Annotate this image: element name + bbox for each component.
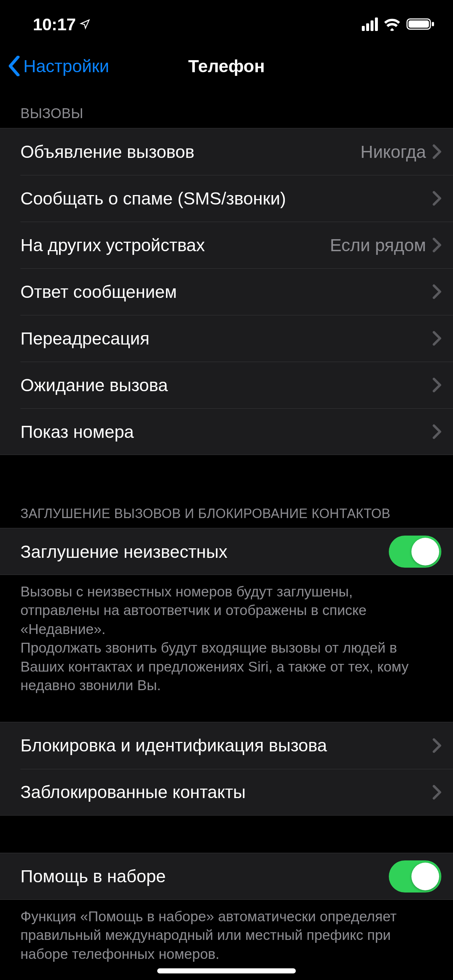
chevron-right-icon xyxy=(432,191,441,205)
row-label: Заблокированные контакты xyxy=(21,782,432,802)
row-silence-unknown[interactable]: Заглушение неизвестных xyxy=(0,528,453,575)
navigation-bar: Настройки Телефон xyxy=(0,48,453,92)
wifi-icon xyxy=(383,17,401,31)
chevron-right-icon xyxy=(432,425,441,439)
status-bar-right xyxy=(362,17,435,31)
cellular-icon xyxy=(362,18,378,31)
row-other-devices[interactable]: На других устройствах Если рядом xyxy=(0,222,453,268)
chevron-right-icon xyxy=(432,285,441,299)
row-label: Ответ сообщением xyxy=(21,282,432,302)
back-label: Настройки xyxy=(23,56,109,76)
row-label: Сообщать о спаме (SMS/звонки) xyxy=(21,188,432,208)
status-bar: 10:17 xyxy=(0,0,453,48)
row-call-forwarding[interactable]: Переадресация xyxy=(0,315,453,362)
row-spam-report[interactable]: Сообщать о спаме (SMS/звонки) xyxy=(0,175,453,222)
row-value: Никогда xyxy=(360,142,426,162)
battery-icon xyxy=(406,17,435,31)
chevron-right-icon xyxy=(432,331,441,345)
row-call-block-id[interactable]: Блокировка и идентификация вызова xyxy=(0,722,453,769)
row-label: Показ номера xyxy=(21,422,432,442)
status-time: 10:17 xyxy=(33,14,76,34)
status-bar-left: 10:17 xyxy=(33,14,91,34)
row-dial-assist[interactable]: Помощь в наборе xyxy=(0,853,453,900)
location-icon xyxy=(80,19,91,30)
silence-unknown-toggle[interactable] xyxy=(389,536,441,568)
row-label: На других устройствах xyxy=(21,235,330,255)
section-gap xyxy=(0,455,453,492)
row-announce-calls[interactable]: Объявление вызовов Никогда xyxy=(0,128,453,175)
section-gap xyxy=(0,706,453,722)
chevron-right-icon xyxy=(432,738,441,753)
row-label: Помощь в наборе xyxy=(21,866,389,886)
svg-rect-1 xyxy=(408,21,429,28)
chevron-right-icon xyxy=(432,378,441,392)
row-label: Переадресация xyxy=(21,328,432,348)
row-text-reply[interactable]: Ответ сообщением xyxy=(0,268,453,315)
row-call-waiting[interactable]: Ожидание вызова xyxy=(0,362,453,408)
section-header-calls: Вызовы xyxy=(0,92,453,128)
chevron-right-icon xyxy=(432,785,441,800)
back-button[interactable]: Настройки xyxy=(7,56,109,76)
dial-assist-footer: Функция «Помощь в наборе» автоматически … xyxy=(0,900,453,975)
silence-footer: Вызовы с неизвестных номеров будут заглу… xyxy=(0,575,453,706)
dial-assist-toggle[interactable] xyxy=(389,861,441,892)
row-caller-id[interactable]: Показ номера xyxy=(0,408,453,455)
section-header-silence: Заглушение вызовов и блокирование контак… xyxy=(0,492,453,528)
chevron-right-icon xyxy=(432,238,441,252)
row-label: Объявление вызовов xyxy=(21,142,360,162)
chevron-left-icon xyxy=(7,56,21,76)
row-label: Заглушение неизвестных xyxy=(21,542,389,562)
chevron-right-icon xyxy=(432,145,441,159)
row-blocked-contacts[interactable]: Заблокированные контакты xyxy=(0,769,453,816)
svg-rect-2 xyxy=(432,22,434,26)
row-label: Ожидание вызова xyxy=(21,375,432,395)
section-gap xyxy=(0,816,453,853)
row-label: Блокировка и идентификация вызова xyxy=(21,735,432,756)
home-indicator[interactable] xyxy=(157,968,296,974)
row-value: Если рядом xyxy=(330,235,426,255)
